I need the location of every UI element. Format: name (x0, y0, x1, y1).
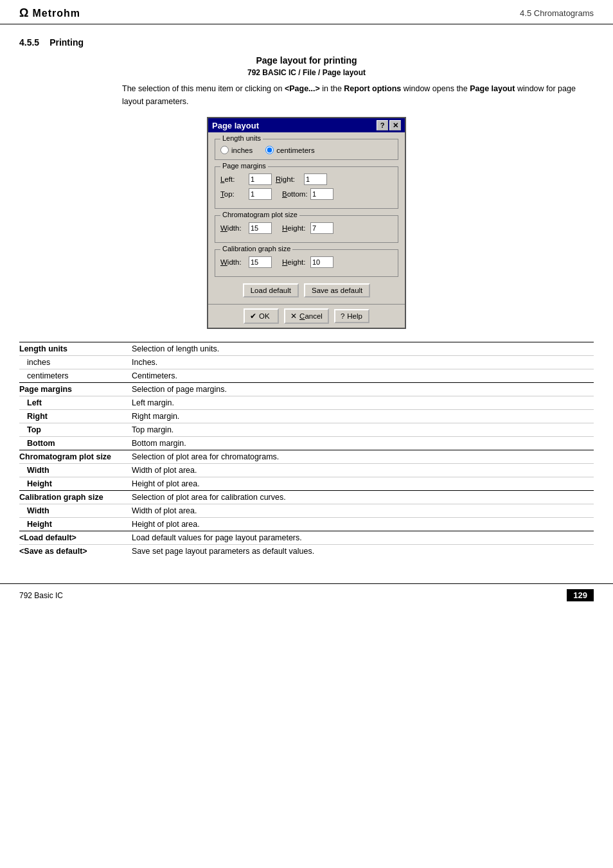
def-cell: Width of plot area. (132, 464, 594, 477)
chrom-plot-size-group: Chromatogram plot size Width: Height: (215, 215, 398, 243)
table-row: Right Right margin. (19, 410, 594, 423)
calib-width-pair: Width: (220, 256, 272, 268)
centimeters-radio-label[interactable]: centimeters (265, 146, 314, 154)
dialog-titlebar: Page layout ? ✕ (208, 118, 405, 132)
table-row: Width Width of plot area. (19, 504, 594, 518)
table-row: Bottom Bottom margin. (19, 437, 594, 450)
right-input[interactable] (304, 173, 327, 185)
calib-height-pair: Height: (282, 256, 333, 268)
save-default-button[interactable]: Save as default (304, 283, 370, 297)
chrom-plot-legend: Chromatogram plot size (220, 211, 299, 218)
term-cell: <Load default> (19, 531, 132, 545)
dialog-body: Length units inches centimeters (208, 132, 405, 304)
term-cell: Top (19, 423, 132, 437)
top-input[interactable] (249, 188, 272, 200)
subsection-title: Page layout for printing (19, 55, 594, 66)
logo: Ω Metrohm (19, 6, 80, 20)
chrom-width-input[interactable] (249, 222, 272, 234)
term-cell: Length units (19, 342, 132, 356)
def-cell: Load default values for page layout para… (132, 531, 594, 545)
left-label: Left: (220, 175, 246, 183)
def-cell: Right margin. (132, 410, 594, 423)
inches-radio-label[interactable]: inches (220, 146, 253, 154)
left-input[interactable] (249, 173, 272, 185)
inches-label: inches (231, 146, 253, 154)
ok-button[interactable]: ✔ OK (244, 308, 279, 324)
cancel-button[interactable]: ✕ Cancel (284, 308, 329, 324)
def-cell: Top margin. (132, 423, 594, 437)
table-row: Page margins Selection of page margins. (19, 383, 594, 396)
cancel-icon: ✕ (290, 312, 297, 321)
table-row: <Load default> Load default values for p… (19, 531, 594, 545)
def-cell: Left margin. (132, 396, 594, 410)
def-cell: Centimeters. (132, 369, 594, 383)
logo-text: Metrohm (32, 8, 80, 19)
centimeters-label: centimeters (276, 146, 314, 154)
def-cell: Selection of length units. (132, 342, 594, 356)
term-cell: Right (19, 410, 132, 423)
calib-height-label: Height: (282, 258, 308, 266)
page-margins-legend: Page margins (220, 162, 268, 170)
dialog-bottom-bar: ✔ OK ✕ Cancel ? Help (208, 304, 405, 328)
intro-text: The selection of this menu item or click… (122, 82, 594, 108)
chrom-height-pair: Height: (282, 222, 333, 234)
inches-radio[interactable] (220, 146, 229, 154)
chrom-width-height-row: Width: Height: (220, 222, 393, 234)
left-field-pair: Left: (220, 173, 272, 185)
term-cell: Bottom (19, 437, 132, 450)
help-icon: ? (341, 312, 344, 320)
def-cell: Selection of plot area for chromatograms… (132, 450, 594, 464)
term-cell: Calibration graph size (19, 491, 132, 504)
page-footer: 792 Basic IC 129 (0, 583, 613, 607)
table-row: Left Left margin. (19, 396, 594, 410)
description-table: Length units Selection of length units. … (19, 342, 594, 558)
term-cell: Height (19, 477, 132, 491)
logo-icon: Ω (19, 6, 28, 20)
centimeters-radio[interactable] (265, 146, 274, 154)
cancel-label: Cancel (299, 312, 323, 320)
page-layout-dialog: Page layout ? ✕ Length units inches (207, 117, 406, 329)
calib-height-input[interactable] (310, 256, 333, 268)
table-row: <Save as default> Save set page layout p… (19, 545, 594, 558)
def-cell: Bottom margin. (132, 437, 594, 450)
bottom-label: Bottom: (282, 190, 308, 198)
table-row: Length units Selection of length units. (19, 342, 594, 356)
term-cell: Height (19, 518, 132, 531)
calib-graph-legend: Calibration graph size (220, 245, 292, 252)
right-field-pair: Right: (276, 173, 327, 185)
top-bottom-row: Top: Bottom: (220, 188, 393, 200)
chrom-height-label: Height: (282, 224, 308, 232)
right-label: Right: (276, 175, 301, 183)
top-label: Top: (220, 190, 246, 198)
term-cell: Chromatogram plot size (19, 450, 132, 464)
table-row: centimeters Centimeters. (19, 369, 594, 383)
footer-right: 129 (567, 589, 594, 601)
table-row: Height Height of plot area. (19, 477, 594, 491)
length-units-radio-row: inches centimeters (220, 146, 393, 154)
term-cell: centimeters (19, 369, 132, 383)
calib-width-input[interactable] (249, 256, 272, 268)
page-header: Ω Metrohm 4.5 Chromatograms (0, 0, 613, 24)
load-default-button[interactable]: Load default (243, 283, 299, 297)
dialog-close-button[interactable]: ✕ (389, 120, 401, 130)
def-cell: Selection of page margins. (132, 383, 594, 396)
term-cell: <Save as default> (19, 545, 132, 558)
left-right-row: Left: Right: (220, 173, 393, 185)
def-cell: Save set page layout parameters as defau… (132, 545, 594, 558)
footer-left: 792 Basic IC (19, 591, 63, 600)
def-cell: Inches. (132, 356, 594, 369)
dialog-help-button[interactable]: ? (377, 120, 388, 130)
table-row: Calibration graph size Selection of plot… (19, 491, 594, 504)
bottom-input[interactable] (310, 188, 333, 200)
def-cell: Selection of plot area for calibration c… (132, 491, 594, 504)
subsection-path: 792 BASIC IC / File / Page layout (19, 68, 594, 77)
help-label: Help (347, 312, 362, 320)
ok-label: OK (259, 312, 270, 320)
length-units-group: Length units inches centimeters (215, 139, 398, 160)
chrom-width-label: Width: (220, 224, 246, 232)
table-row: inches Inches. (19, 356, 594, 369)
calib-width-height-row: Width: Height: (220, 256, 393, 268)
help-button[interactable]: ? Help (334, 309, 369, 323)
chrom-height-input[interactable] (310, 222, 333, 234)
table-row: Chromatogram plot size Selection of plot… (19, 450, 594, 464)
